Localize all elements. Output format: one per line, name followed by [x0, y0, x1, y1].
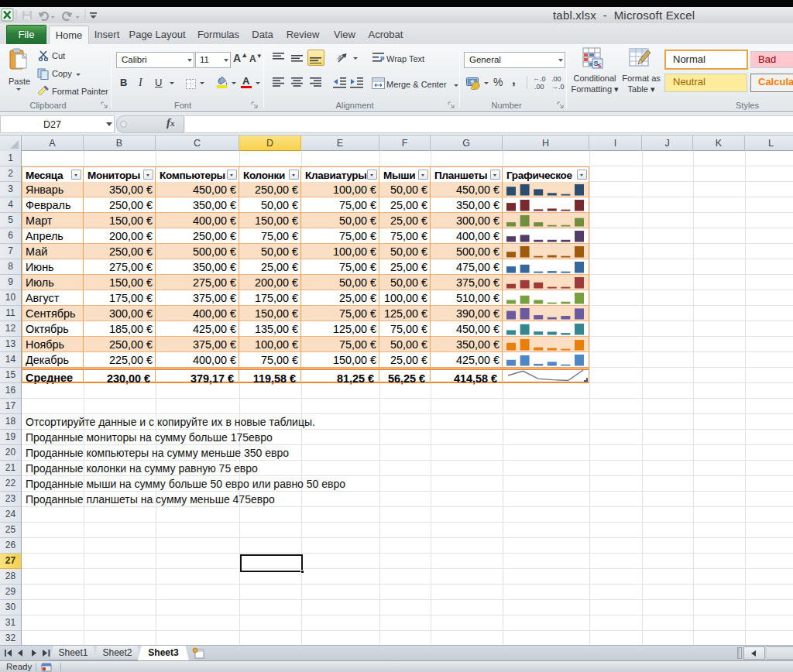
svg-text:≤: ≤ — [598, 62, 602, 69]
